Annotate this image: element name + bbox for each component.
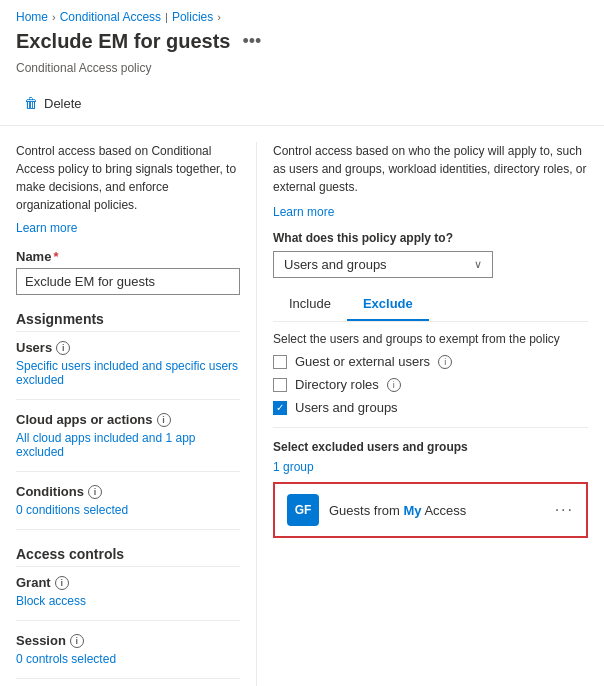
group-avatar: GF — [287, 494, 319, 526]
cloud-apps-value[interactable]: All cloud apps included and 1 app exclud… — [16, 431, 240, 459]
main-content: Control access based on Conditional Acce… — [0, 126, 604, 686]
left-learn-more[interactable]: Learn more — [16, 221, 77, 235]
left-description: Control access based on Conditional Acce… — [16, 142, 240, 214]
conditions-info-icon[interactable]: i — [88, 485, 102, 499]
grant-value[interactable]: Block access — [16, 594, 240, 608]
directory-roles-checkbox-row: Directory roles i — [273, 377, 588, 392]
chevron-down-icon: ∨ — [474, 258, 482, 271]
excluded-users-label: Select excluded users and groups — [273, 440, 588, 454]
toolbar: 🗑 Delete — [0, 85, 604, 126]
right-panel: Control access based on who the policy w… — [256, 142, 588, 686]
conditions-value[interactable]: 0 conditions selected — [16, 503, 240, 517]
dropdown-value: Users and groups — [284, 257, 387, 272]
tab-exclude[interactable]: Exclude — [347, 288, 429, 321]
session-assignment: Session i 0 controls selected — [16, 633, 240, 679]
group-item[interactable]: GF Guests from My Access ··· — [273, 482, 588, 538]
left-panel: Control access based on Conditional Acce… — [16, 142, 256, 686]
breadcrumb-sep1: › — [52, 11, 56, 23]
policy-applies-dropdown[interactable]: Users and groups ∨ — [273, 251, 493, 278]
tab-include[interactable]: Include — [273, 288, 347, 321]
guest-checkbox[interactable] — [273, 355, 287, 369]
breadcrumb: Home › Conditional Access | Policies › — [0, 0, 604, 30]
right-description: Control access based on who the policy w… — [273, 142, 588, 196]
directory-roles-label: Directory roles — [295, 377, 379, 392]
group-name: Guests from My Access — [329, 503, 545, 518]
directory-roles-info-icon[interactable]: i — [387, 378, 401, 392]
guest-checkbox-row: Guest or external users i — [273, 354, 588, 369]
conditions-assignment: Conditions i 0 conditions selected — [16, 484, 240, 530]
include-exclude-tabs: Include Exclude — [273, 288, 588, 322]
cloud-apps-assignment: Cloud apps or actions i All cloud apps i… — [16, 412, 240, 472]
session-info-icon[interactable]: i — [70, 634, 84, 648]
breadcrumb-home[interactable]: Home — [16, 10, 48, 24]
name-field-label: Name* — [16, 249, 240, 264]
guest-info-icon[interactable]: i — [438, 355, 452, 369]
cloud-apps-label: Cloud apps or actions i — [16, 412, 240, 427]
users-groups-checkbox-row: Users and groups — [273, 400, 588, 415]
access-controls-title: Access controls — [16, 546, 240, 567]
group-count: 1 group — [273, 460, 588, 474]
grant-label: Grant i — [16, 575, 240, 590]
policy-applies-label: What does this policy apply to? — [273, 231, 588, 245]
right-learn-more[interactable]: Learn more — [273, 205, 334, 219]
breadcrumb-sep3: › — [217, 11, 221, 23]
users-groups-checkbox[interactable] — [273, 401, 287, 415]
users-info-icon[interactable]: i — [56, 341, 70, 355]
session-value[interactable]: 0 controls selected — [16, 652, 240, 666]
directory-roles-checkbox[interactable] — [273, 378, 287, 392]
breadcrumb-policies[interactable]: Policies — [172, 10, 213, 24]
users-assignment: Users i Specific users included and spec… — [16, 340, 240, 400]
guest-checkbox-label: Guest or external users — [295, 354, 430, 369]
select-exempt-label: Select the users and groups to exempt fr… — [273, 332, 588, 346]
breadcrumb-sep2: | — [165, 11, 168, 23]
group-name-highlight: My — [403, 503, 421, 518]
assignments-title: Assignments — [16, 311, 240, 332]
grant-assignment: Grant i Block access — [16, 575, 240, 621]
delete-label: Delete — [44, 96, 82, 111]
divider — [273, 427, 588, 428]
page-title: Exclude EM for guests — [16, 30, 231, 53]
page-more-menu-icon[interactable]: ••• — [243, 31, 262, 52]
grant-info-icon[interactable]: i — [55, 576, 69, 590]
breadcrumb-conditional-access[interactable]: Conditional Access — [60, 10, 161, 24]
cloud-apps-info-icon[interactable]: i — [157, 413, 171, 427]
users-label: Users i — [16, 340, 240, 355]
trash-icon: 🗑 — [24, 95, 38, 111]
conditions-label: Conditions i — [16, 484, 240, 499]
users-value[interactable]: Specific users included and specific use… — [16, 359, 240, 387]
session-label: Session i — [16, 633, 240, 648]
policy-name-input[interactable] — [16, 268, 240, 295]
required-indicator: * — [53, 249, 58, 264]
page-header: Exclude EM for guests ••• — [0, 30, 604, 61]
page-subtitle: Conditional Access policy — [0, 61, 604, 85]
group-more-menu-icon[interactable]: ··· — [555, 501, 574, 519]
delete-button[interactable]: 🗑 Delete — [16, 91, 90, 115]
users-groups-label: Users and groups — [295, 400, 398, 415]
